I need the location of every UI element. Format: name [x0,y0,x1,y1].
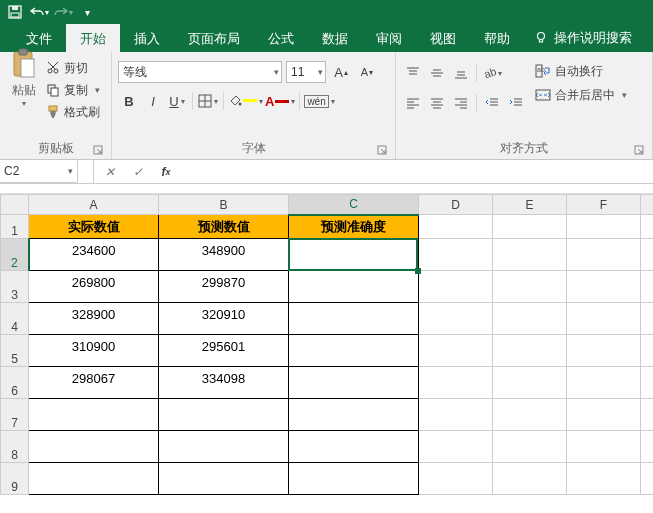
row-header-7[interactable]: 7 [1,399,29,431]
align-bottom-button[interactable] [450,62,472,84]
cell-G1[interactable] [641,215,654,239]
tab-help[interactable]: 帮助 [470,24,524,52]
font-launcher-icon[interactable] [375,143,389,157]
name-box[interactable]: C2▾ [0,160,78,183]
col-header-G[interactable] [641,195,654,215]
row-header-2[interactable]: 2 [1,239,29,271]
cut-button[interactable]: 剪切 [46,58,100,78]
cell-A3[interactable]: 269800 [29,271,159,303]
tab-data[interactable]: 数据 [308,24,362,52]
cell-B7[interactable] [159,399,289,431]
increase-font-button[interactable]: A▴ [330,61,352,83]
fill-color-button[interactable]: ▾ [228,90,263,112]
undo-icon[interactable]: ▾ [28,2,50,22]
row-header-9[interactable]: 9 [1,463,29,495]
wrap-icon: ab [535,63,551,79]
col-header-B[interactable]: B [159,195,289,215]
row-header-6[interactable]: 6 [1,367,29,399]
cell-A7[interactable] [29,399,159,431]
cell-C6[interactable] [289,367,419,399]
tab-insert[interactable]: 插入 [120,24,174,52]
qat-customize-icon[interactable]: ▾ [76,2,98,22]
font-name-combo[interactable]: 等线▾ [118,61,282,83]
decrease-indent-button[interactable] [481,92,503,114]
merge-center-button[interactable]: 合并后居中▾ [535,84,627,106]
font-color-button[interactable]: A▾ [265,90,295,112]
cell-B6[interactable]: 334098 [159,367,289,399]
formula-bar-row: C2▾ ✕ ✓ fx [0,160,653,184]
cell-B8[interactable] [159,431,289,463]
cell-B4[interactable]: 320910 [159,303,289,335]
svg-rect-11 [49,106,57,111]
cell-C4[interactable] [289,303,419,335]
lightbulb-icon [534,31,548,45]
cell-A5[interactable]: 310900 [29,335,159,367]
phonetic-button[interactable]: wén▾ [304,90,334,112]
accept-formula-icon: ✓ [128,165,148,179]
col-header-C[interactable]: C [289,195,419,215]
row-header-5[interactable]: 5 [1,335,29,367]
clipboard-launcher-icon[interactable] [91,143,105,157]
cell-B2[interactable]: 348900 [159,239,289,271]
cell-F2[interactable] [567,239,641,271]
cell-D2[interactable] [419,239,493,271]
cell-C1[interactable]: 预测准确度 [289,215,419,239]
wrap-text-button[interactable]: ab 自动换行 [535,60,627,82]
align-left-button[interactable] [402,92,424,114]
cell-A8[interactable] [29,431,159,463]
cell-A4[interactable]: 328900 [29,303,159,335]
tab-review[interactable]: 审阅 [362,24,416,52]
align-top-button[interactable] [402,62,424,84]
cell-C3[interactable] [289,271,419,303]
align-middle-button[interactable] [426,62,448,84]
col-header-A[interactable]: A [29,195,159,215]
cell-B1[interactable]: 预测数值 [159,215,289,239]
italic-button[interactable]: I [142,90,164,112]
cell-F1[interactable] [567,215,641,239]
tell-me-search[interactable]: 操作说明搜索 [524,24,642,52]
cell-A6[interactable]: 298067 [29,367,159,399]
cell-C7[interactable] [289,399,419,431]
align-center-button[interactable] [426,92,448,114]
tab-home[interactable]: 开始 [66,24,120,52]
increase-indent-button[interactable] [505,92,527,114]
col-header-F[interactable]: F [567,195,641,215]
row-header-8[interactable]: 8 [1,431,29,463]
row-header-4[interactable]: 4 [1,303,29,335]
cell-C5[interactable] [289,335,419,367]
underline-button[interactable]: U▾ [166,90,188,112]
tab-formula[interactable]: 公式 [254,24,308,52]
group-clipboard-label: 剪贴板 [38,141,74,155]
cell-C8[interactable] [289,431,419,463]
cell-A1[interactable]: 实际数值 [29,215,159,239]
fx-icon[interactable]: fx [156,165,176,179]
group-alignment: ab▾ ab 自动换行 合并后居中▾ [396,52,653,159]
save-icon[interactable] [4,2,26,22]
align-right-button[interactable] [450,92,472,114]
align-launcher-icon[interactable] [632,143,646,157]
cell-B3[interactable]: 299870 [159,271,289,303]
decrease-font-button[interactable]: A▾ [356,61,378,83]
col-header-D[interactable]: D [419,195,493,215]
orientation-button[interactable]: ab▾ [481,62,503,84]
cell-D1[interactable] [419,215,493,239]
row-header-3[interactable]: 3 [1,271,29,303]
font-size-combo[interactable]: 11▾ [286,61,326,83]
cell-E1[interactable] [493,215,567,239]
col-header-E[interactable]: E [493,195,567,215]
cell-A2[interactable]: 234600 [29,239,159,271]
bold-button[interactable]: B [118,90,140,112]
select-all-corner[interactable] [1,195,29,215]
worksheet-grid[interactable]: A B C D E F 1 实际数值 预测数值 预测准确度 2 234600 3… [0,194,653,495]
copy-button[interactable]: 复制▾ [46,80,100,100]
cell-B5[interactable]: 295601 [159,335,289,367]
borders-button[interactable]: ▾ [197,90,219,112]
cell-C2[interactable] [289,239,419,271]
paste-button[interactable]: 粘贴 ▾ [6,58,42,108]
tab-view[interactable]: 视图 [416,24,470,52]
cell-E2[interactable] [493,239,567,271]
format-painter-button[interactable]: 格式刷 [46,102,100,122]
paintbrush-icon [46,105,60,119]
row-header-1[interactable]: 1 [1,215,29,239]
tab-layout[interactable]: 页面布局 [174,24,254,52]
